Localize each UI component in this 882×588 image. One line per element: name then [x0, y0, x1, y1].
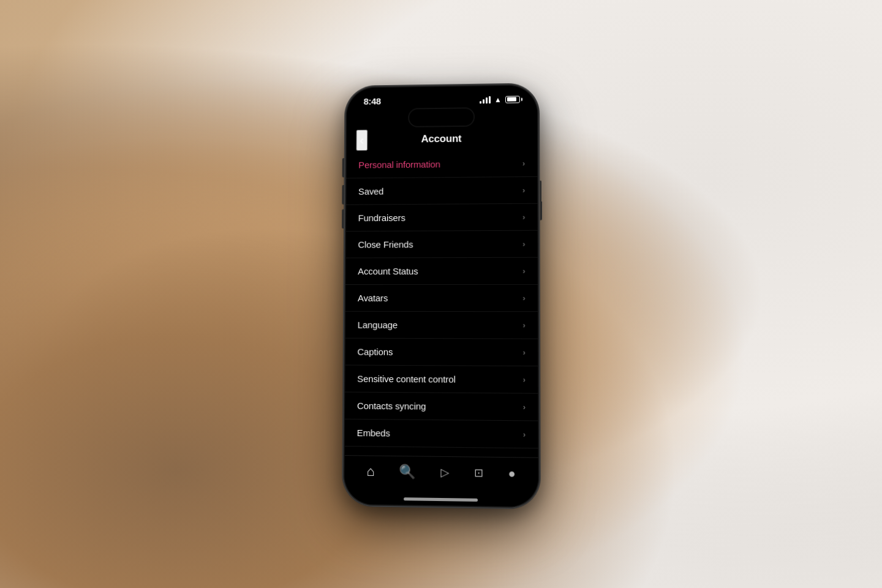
chevron-icon-avatars: ›	[522, 293, 525, 303]
menu-item-label-account-status: Account Status	[358, 266, 418, 276]
menu-item-label-personal-information: Personal information	[358, 159, 440, 170]
menu-item-embeds[interactable]: Embeds›	[345, 420, 538, 449]
phone-device: 8:48 ▲	[342, 83, 540, 508]
menu-item-close-friends[interactable]: Close Friends›	[346, 231, 538, 258]
tab-profile[interactable]: ●	[503, 464, 521, 483]
status-icons: ▲	[480, 95, 520, 104]
chevron-icon-account-status: ›	[522, 266, 525, 276]
chevron-icon-embeds: ›	[523, 430, 526, 439]
nav-header: ‹ Account	[347, 128, 537, 152]
chevron-icon-saved: ›	[522, 186, 525, 195]
home-indicator	[344, 492, 538, 507]
signal-icon	[480, 96, 491, 104]
menu-item-captions[interactable]: Captions›	[345, 339, 538, 367]
chevron-icon-close-friends: ›	[522, 239, 525, 249]
menu-item-contacts-syncing[interactable]: Contacts syncing›	[345, 393, 538, 421]
menu-item-label-avatars: Avatars	[358, 293, 388, 303]
phone-inner-frame: 8:48 ▲	[344, 85, 538, 507]
tab-shop[interactable]: ⊡	[469, 464, 488, 483]
wifi-icon: ▲	[494, 95, 502, 104]
menu-item-label-captions: Captions	[357, 347, 393, 357]
menu-item-label-embeds: Embeds	[357, 428, 390, 439]
menu-item-sensitive-content-control[interactable]: Sensitive content control›	[345, 366, 538, 394]
status-time: 8:48	[364, 96, 381, 107]
back-button[interactable]: ‹	[356, 129, 367, 150]
chevron-icon-contacts-syncing: ›	[523, 402, 526, 412]
menu-item-saved[interactable]: Saved›	[346, 177, 537, 205]
menu-item-label-language: Language	[358, 320, 398, 330]
chevron-icon-captions: ›	[522, 348, 525, 357]
tab-bar: ⌂ 🔍 ▷ ⊡ ●	[344, 455, 538, 494]
phone-screen: 8:48 ▲	[344, 85, 538, 507]
search-icon: 🔍	[399, 464, 416, 480]
home-icon: ⌂	[366, 464, 374, 480]
menu-item-label-contacts-syncing: Contacts syncing	[357, 401, 426, 412]
menu-item-fundraisers[interactable]: Fundraisers›	[346, 204, 538, 232]
chevron-icon-sensitive-content-control: ›	[523, 375, 526, 384]
menu-item-personal-information[interactable]: Personal information›	[346, 150, 537, 178]
chevron-icon-language: ›	[522, 320, 525, 330]
menu-item-account-status[interactable]: Account Status›	[345, 258, 537, 285]
menu-item-avatars[interactable]: Avatars›	[345, 285, 538, 312]
status-bar: 8:48 ▲	[347, 85, 537, 109]
menu-item-label-fundraisers: Fundraisers	[358, 213, 405, 223]
chevron-icon-fundraisers: ›	[522, 213, 525, 222]
menu-list: Personal information›Saved›Fundraisers›C…	[345, 150, 538, 458]
reels-icon: ▷	[440, 466, 449, 480]
tab-search[interactable]: 🔍	[394, 461, 421, 483]
profile-icon: ●	[508, 466, 516, 481]
menu-item-label-close-friends: Close Friends	[358, 239, 413, 249]
tab-reels[interactable]: ▷	[435, 463, 454, 482]
dynamic-island	[408, 107, 475, 127]
menu-item-label-sensitive-content-control: Sensitive content control	[357, 374, 456, 385]
menu-item-label-saved: Saved	[358, 186, 383, 197]
phone-outer-frame: 8:48 ▲	[342, 83, 540, 508]
shop-icon: ⊡	[474, 466, 483, 480]
tab-home[interactable]: ⌂	[361, 461, 379, 482]
battery-icon	[505, 96, 520, 103]
chevron-icon-personal-information: ›	[522, 159, 525, 168]
menu-item-language[interactable]: Language›	[345, 312, 538, 339]
page-title: Account	[421, 133, 461, 145]
